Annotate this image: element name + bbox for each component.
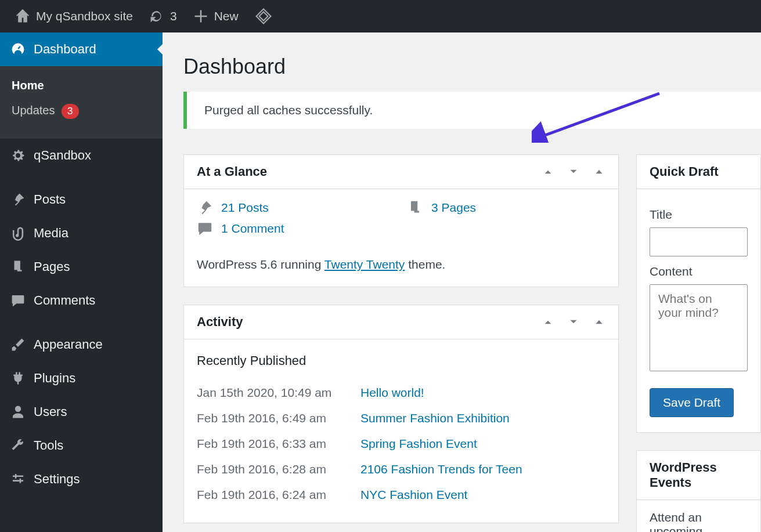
sidebar-sub-home[interactable]: Home: [0, 73, 163, 98]
sidebar-item-users[interactable]: Users: [0, 395, 163, 429]
save-draft-button[interactable]: Save Draft: [650, 388, 734, 417]
sidebar-item-pages[interactable]: Pages: [0, 250, 163, 284]
chevron-up-icon: [542, 165, 554, 178]
toggle-button[interactable]: [593, 165, 605, 178]
events-text: Attend an upcoming: [650, 511, 748, 532]
pages-icon: [10, 259, 26, 274]
user-icon: [10, 404, 26, 419]
glance-posts-link[interactable]: 21 Posts: [221, 201, 269, 215]
sidebar-label: Tools: [34, 438, 63, 453]
dashboard-submenu: Home Updates 3: [0, 66, 163, 139]
home-icon: [15, 9, 30, 24]
gauge-icon: [10, 42, 26, 57]
sidebar-item-qsandbox[interactable]: qSandbox: [0, 139, 163, 172]
new-label: New: [214, 9, 239, 23]
chevron-down-icon: [567, 165, 580, 178]
activity-row: Feb 19th 2016, 6:28 am2106 Fashion Trend…: [197, 457, 605, 482]
pin-icon: [10, 192, 26, 207]
activity-row: Feb 19th 2016, 6:24 amNYC Fashion Event: [197, 482, 605, 508]
sidebar-item-plugins[interactable]: Plugins: [0, 361, 163, 395]
activity-date: Feb 19th 2016, 6:33 am: [197, 437, 348, 451]
sidebar-label: Settings: [34, 472, 80, 487]
glance-pages-link[interactable]: 3 Pages: [431, 201, 476, 215]
sidebar-label: Plugins: [34, 371, 75, 386]
notice-text: Purged all caches successfully.: [204, 103, 373, 117]
widget-title: At a Glance: [197, 164, 267, 179]
sidebar-label: Posts: [34, 192, 66, 207]
comment-icon: [10, 293, 26, 308]
sidebar-label: Comments: [34, 293, 95, 308]
widget-title: Quick Draft: [650, 164, 719, 179]
chevron-down-icon: [567, 316, 580, 328]
comment-icon: [197, 220, 213, 237]
activity-date: Feb 19th 2016, 6:24 am: [197, 488, 348, 502]
sidebar-label: Users: [34, 404, 67, 419]
sidebar-label: Media: [34, 226, 68, 241]
glance-comments: 1 Comment: [197, 220, 395, 237]
pages-icon: [407, 200, 423, 216]
widget-header: WordPress Events: [637, 451, 760, 500]
move-up-button[interactable]: [542, 165, 554, 178]
main-content: Dashboard Purged all caches successfully…: [163, 32, 761, 532]
glance-comments-link[interactable]: 1 Comment: [221, 222, 284, 236]
draft-title-input[interactable]: [650, 227, 748, 256]
move-down-button[interactable]: [567, 165, 580, 178]
admin-bar-site[interactable]: My qSandbox site: [7, 9, 141, 24]
activity-post-link[interactable]: Spring Fashion Event: [360, 437, 477, 451]
at-a-glance-widget: At a Glance 21 Posts: [183, 154, 619, 287]
activity-date: Jan 15th 2020, 10:49 am: [197, 386, 348, 400]
activity-post-link[interactable]: 2106 Fashion Trends for Teen: [360, 462, 522, 476]
activity-date: Feb 19th 2016, 6:28 am: [197, 462, 348, 476]
sidebar-item-media[interactable]: Media: [0, 216, 163, 250]
chevron-up-icon: [542, 316, 554, 328]
move-down-button[interactable]: [567, 316, 580, 328]
plus-icon: [193, 9, 208, 24]
theme-link[interactable]: Twenty Twenty: [324, 258, 405, 271]
activity-widget: Activity Recently Published Jan 15th 202…: [183, 305, 619, 523]
diamond-icon: [255, 8, 272, 25]
widget-title: WordPress Events: [650, 460, 748, 490]
widget-header: Quick Draft: [637, 155, 760, 189]
activity-post-link[interactable]: NYC Fashion Event: [360, 488, 467, 502]
wp-version-line: WordPress 5.6 running Twenty Twenty them…: [197, 258, 605, 272]
sidebar-item-dashboard[interactable]: Dashboard: [0, 32, 163, 66]
glance-posts: 21 Posts: [197, 200, 395, 216]
wrench-icon: [10, 438, 26, 453]
activity-date: Feb 19th 2016, 6:49 am: [197, 411, 348, 425]
widget-title: Activity: [197, 314, 243, 330]
success-notice: Purged all caches successfully.: [183, 92, 761, 129]
draft-title-label: Title: [650, 208, 748, 222]
admin-bar-new[interactable]: New: [185, 9, 247, 24]
glance-pages: 3 Pages: [407, 200, 605, 216]
activity-post-link[interactable]: Summer Fashion Exhibition: [360, 411, 510, 425]
toggle-button[interactable]: [593, 316, 605, 328]
sidebar-item-appearance[interactable]: Appearance: [0, 328, 163, 361]
page-title: Dashboard: [183, 55, 761, 79]
quick-draft-widget: Quick Draft Title Content Save Draft: [636, 154, 761, 433]
sidebar-item-comments[interactable]: Comments: [0, 284, 163, 317]
sliders-icon: [10, 472, 26, 487]
gear-icon: [10, 148, 26, 163]
sidebar-label: qSandbox: [34, 148, 91, 163]
brush-icon: [10, 337, 26, 352]
draft-content-textarea[interactable]: [650, 284, 748, 371]
admin-bar-updates[interactable]: 3: [141, 9, 185, 24]
pin-icon: [197, 200, 213, 216]
refresh-icon: [149, 9, 164, 24]
sidebar-sub-updates[interactable]: Updates 3: [0, 98, 163, 125]
sidebar-item-posts[interactable]: Posts: [0, 183, 163, 216]
sidebar-item-settings[interactable]: Settings: [0, 462, 163, 496]
updates-badge: 3: [62, 104, 78, 119]
activity-row: Feb 19th 2016, 6:33 amSpring Fashion Eve…: [197, 431, 605, 457]
site-name: My qSandbox site: [36, 9, 133, 23]
draft-content-label: Content: [650, 265, 748, 278]
plug-icon: [10, 371, 26, 386]
move-up-button[interactable]: [542, 316, 554, 328]
updates-count: 3: [170, 9, 177, 23]
sidebar-item-tools[interactable]: Tools: [0, 429, 163, 462]
media-icon: [10, 226, 26, 241]
admin-bar-diamond[interactable]: [247, 8, 280, 25]
activity-post-link[interactable]: Hello world!: [360, 386, 424, 400]
events-widget: WordPress Events Attend an upcoming: [636, 450, 761, 532]
activity-row: Jan 15th 2020, 10:49 amHello world!: [197, 380, 605, 406]
